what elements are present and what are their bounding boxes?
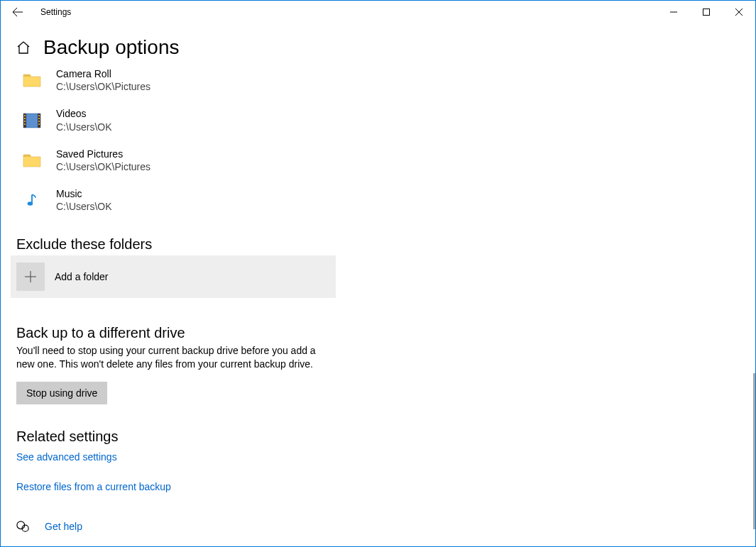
add-folder-button[interactable]: Add a folder bbox=[11, 255, 336, 298]
page-title: Backup options bbox=[43, 36, 179, 59]
help-icon bbox=[16, 520, 29, 533]
svg-rect-4 bbox=[24, 115, 26, 116]
folder-path: C:\Users\OK\Pictures bbox=[56, 160, 150, 173]
music-icon bbox=[22, 190, 42, 210]
restore-files-link[interactable]: Restore files from a current backup bbox=[16, 481, 171, 492]
window-title: Settings bbox=[40, 7, 71, 17]
scrollbar[interactable] bbox=[751, 68, 755, 546]
close-icon bbox=[735, 9, 743, 16]
folder-item-music[interactable]: Music C:\Users\OK bbox=[16, 180, 336, 220]
svg-rect-10 bbox=[38, 121, 40, 122]
content-area: Camera Roll C:\Users\OK\Pictures Videos … bbox=[1, 66, 755, 544]
svg-point-12 bbox=[28, 202, 33, 206]
svg-rect-11 bbox=[38, 123, 40, 125]
back-button[interactable] bbox=[1, 1, 35, 23]
exclude-heading: Exclude these folders bbox=[16, 236, 755, 253]
folder-item-saved-pictures[interactable]: Saved Pictures C:\Users\OK\Pictures bbox=[16, 140, 336, 180]
minimize-button[interactable] bbox=[657, 1, 690, 23]
svg-rect-8 bbox=[38, 115, 40, 116]
folder-name: Camera Roll bbox=[56, 67, 150, 80]
folder-name: Saved Pictures bbox=[56, 148, 150, 160]
maximize-button[interactable] bbox=[690, 1, 723, 23]
svg-rect-5 bbox=[24, 118, 26, 119]
folder-name: Music bbox=[56, 187, 112, 200]
different-drive-description: You'll need to stop using your current b… bbox=[16, 344, 327, 372]
get-help-link: Get help bbox=[45, 521, 82, 532]
titlebar: Settings bbox=[1, 1, 755, 23]
page-header: Backup options bbox=[1, 23, 755, 66]
folder-path: C:\Users\OK bbox=[56, 200, 112, 213]
svg-rect-6 bbox=[24, 121, 26, 122]
folder-item-videos[interactable]: Videos C:\Users\OK bbox=[16, 100, 336, 140]
minimize-icon bbox=[670, 9, 677, 16]
close-button[interactable] bbox=[723, 1, 755, 23]
videos-icon bbox=[22, 111, 42, 131]
folder-path: C:\Users\OK\Pictures bbox=[56, 80, 150, 93]
maximize-icon bbox=[703, 9, 710, 16]
folder-icon bbox=[22, 70, 42, 90]
folder-icon bbox=[22, 150, 42, 170]
different-drive-heading: Back up to a different drive bbox=[16, 325, 755, 341]
home-button[interactable] bbox=[16, 40, 31, 55]
svg-point-13 bbox=[17, 521, 25, 529]
scrollbar-thumb[interactable] bbox=[753, 373, 755, 529]
add-folder-label: Add a folder bbox=[55, 271, 109, 282]
window-controls bbox=[657, 1, 755, 23]
plus-icon bbox=[16, 263, 45, 291]
backup-folders-list: Camera Roll C:\Users\OK\Pictures Videos … bbox=[16, 66, 755, 221]
get-help-row[interactable]: Get help bbox=[16, 520, 755, 533]
folder-name: Videos bbox=[56, 107, 112, 120]
svg-rect-0 bbox=[703, 9, 710, 16]
home-icon bbox=[16, 40, 31, 55]
arrow-left-icon bbox=[12, 6, 23, 18]
folder-item-camera-roll[interactable]: Camera Roll C:\Users\OK\Pictures bbox=[16, 66, 336, 100]
stop-using-drive-button[interactable]: Stop using drive bbox=[16, 382, 107, 404]
svg-rect-7 bbox=[24, 123, 26, 125]
svg-rect-9 bbox=[38, 118, 40, 119]
folder-path: C:\Users\OK bbox=[56, 121, 112, 133]
advanced-settings-link[interactable]: See advanced settings bbox=[16, 451, 117, 463]
related-settings-heading: Related settings bbox=[16, 429, 755, 445]
